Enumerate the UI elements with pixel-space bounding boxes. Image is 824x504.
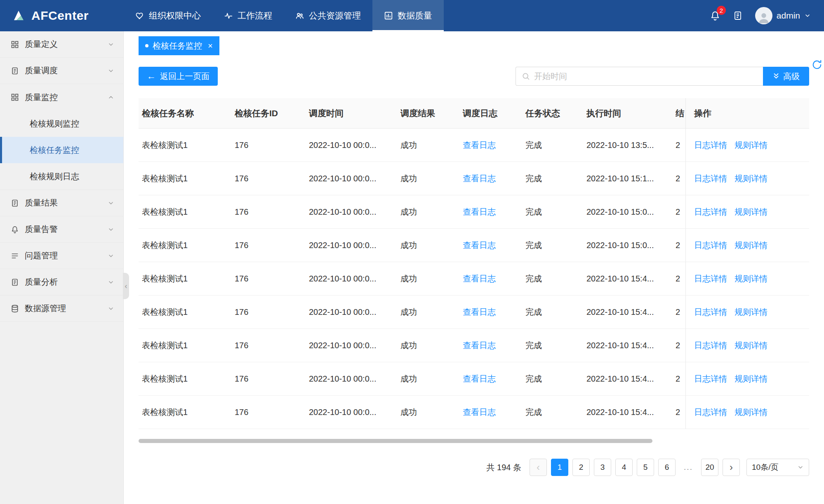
sidebar-item-quality-analysis[interactable]: 质量分析 <box>0 269 123 295</box>
rule-detail-link[interactable]: 规则详情 <box>735 373 767 384</box>
log-detail-link[interactable]: 日志详情 <box>694 307 727 318</box>
sidebar-item-datasource-management[interactable]: 数据源管理 <box>0 295 123 322</box>
log-detail-link[interactable]: 日志详情 <box>694 140 727 151</box>
sidebar-item-rule-monitor[interactable]: 检核规则监控 <box>0 110 123 137</box>
tab-task-monitor[interactable]: 检核任务监控 × <box>139 36 219 55</box>
cell-exec-time: 2022-10-10 15:4... <box>583 362 676 395</box>
sidebar-item-quality-definition[interactable]: 质量定义 <box>0 31 123 58</box>
rule-detail-link[interactable]: 规则详情 <box>735 240 767 251</box>
page-button-4[interactable]: 4 <box>615 459 633 476</box>
col-schedule-log: 调度日志 <box>459 98 522 128</box>
sidebar-item-label: 质量调度 <box>25 65 58 76</box>
view-log-link[interactable]: 查看日志 <box>463 407 496 418</box>
page-size-select[interactable]: 10条/页 <box>746 459 809 476</box>
nav-item-label: 公共资源管理 <box>309 10 361 21</box>
log-detail-link[interactable]: 日志详情 <box>694 340 727 351</box>
scrollbar-thumb[interactable] <box>139 439 652 443</box>
view-log-link[interactable]: 查看日志 <box>463 140 496 151</box>
log-detail-link[interactable]: 日志详情 <box>694 240 727 251</box>
page-button-1[interactable]: 1 <box>551 459 568 476</box>
log-detail-link[interactable]: 日志详情 <box>694 407 727 418</box>
user-menu[interactable]: admin <box>755 7 811 24</box>
view-log-link[interactable]: 查看日志 <box>463 307 496 318</box>
page-button-5[interactable]: 5 <box>637 459 654 476</box>
view-log-link[interactable]: 查看日志 <box>463 273 496 284</box>
cell-task-id: 176 <box>231 262 306 295</box>
prev-page-button[interactable]: ‹ <box>530 459 547 476</box>
log-detail-link[interactable]: 日志详情 <box>694 373 727 384</box>
toolbar-right: 高级 <box>516 67 809 86</box>
document-icon[interactable] <box>733 11 743 21</box>
view-log-link[interactable]: 查看日志 <box>463 173 496 184</box>
view-log-link[interactable]: 查看日志 <box>463 206 496 218</box>
table-row: 表检核测试1 176 2022-10-10 00:0... 成功 查看日志 完成… <box>139 295 809 329</box>
next-page-button[interactable]: › <box>723 459 740 476</box>
view-log-link[interactable]: 查看日志 <box>463 340 496 351</box>
nav-item-data-quality[interactable]: 数据质量 <box>372 0 444 31</box>
data-table: 检核任务名称 检核任务ID 调度时间 调度结果 调度日志 任务状态 执行时间 结… <box>139 98 809 429</box>
rule-detail-link[interactable]: 规则详情 <box>735 140 767 151</box>
cell-schedule-log: 查看日志 <box>459 396 522 429</box>
cell-schedule-result: 成功 <box>397 262 459 295</box>
advanced-button[interactable]: 高级 <box>763 67 809 86</box>
refresh-icon[interactable] <box>812 59 822 70</box>
view-log-link[interactable]: 查看日志 <box>463 373 496 384</box>
log-detail-link[interactable]: 日志详情 <box>694 273 727 284</box>
top-nav: 组织权限中心 工作流程 公共资源管理 数据质量 <box>124 0 444 31</box>
nav-item-workflow[interactable]: 工作流程 <box>212 0 284 31</box>
cell-task-name: 表检核测试1 <box>139 329 231 362</box>
cell-task-id: 176 <box>231 329 306 362</box>
cell-exec-time: 2022-10-10 15:4... <box>583 329 676 362</box>
page-button-20[interactable]: 20 <box>701 459 718 476</box>
page-button-2[interactable]: 2 <box>572 459 590 476</box>
rule-detail-link[interactable]: 规则详情 <box>735 173 767 184</box>
sidebar: 质量定义 质量调度 质量监控 检核规则监控 检核任务监控 检核规则日志 <box>0 31 124 504</box>
cell-task-id: 176 <box>231 295 306 328</box>
sidebar-item-issue-management[interactable]: 问题管理 <box>0 243 123 269</box>
cell-schedule-result: 成功 <box>397 129 459 162</box>
cell-schedule-result: 成功 <box>397 362 459 395</box>
rule-detail-link[interactable]: 规则详情 <box>735 340 767 351</box>
cell-schedule-time: 2022-10-10 00:0... <box>306 295 397 328</box>
sidebar-item-rule-log[interactable]: 检核规则日志 <box>0 163 123 190</box>
rule-detail-link[interactable]: 规则详情 <box>735 273 767 284</box>
page-button-3[interactable]: 3 <box>594 459 611 476</box>
sidebar-item-quality-result[interactable]: 质量结果 <box>0 190 123 216</box>
cell-task-name: 表检核测试1 <box>139 396 231 429</box>
sidebar-item-label: 质量分析 <box>25 277 58 288</box>
back-button[interactable]: ← 返回上一页面 <box>139 67 218 86</box>
cell-actions: 日志详情 规则详情 <box>685 195 809 228</box>
rule-detail-link[interactable]: 规则详情 <box>735 206 767 218</box>
cell-clipped: 2 <box>676 396 685 429</box>
close-icon[interactable]: × <box>208 41 213 51</box>
rule-detail-link[interactable]: 规则详情 <box>735 407 767 418</box>
nav-item-public-resources[interactable]: 公共资源管理 <box>284 0 372 31</box>
table-row: 表检核测试1 176 2022-10-10 00:0... 成功 查看日志 完成… <box>139 396 809 429</box>
sidebar-collapse-handle[interactable]: ‹ <box>123 273 129 299</box>
log-detail-link[interactable]: 日志详情 <box>694 206 727 218</box>
cell-actions: 日志详情 规则详情 <box>685 362 809 395</box>
cell-schedule-log: 查看日志 <box>459 162 522 195</box>
log-detail-link[interactable]: 日志详情 <box>694 173 727 184</box>
chevron-down-icon <box>804 12 811 19</box>
cell-schedule-log: 查看日志 <box>459 195 522 228</box>
cell-task-name: 表检核测试1 <box>139 195 231 228</box>
cell-schedule-time: 2022-10-10 00:0... <box>306 329 397 362</box>
cell-task-id: 176 <box>231 195 306 228</box>
bar-chart-icon <box>384 11 393 20</box>
chevron-left-icon: ‹ <box>537 462 540 473</box>
cell-clipped: 2 <box>676 262 685 295</box>
nav-item-org-permission-center[interactable]: 组织权限中心 <box>124 0 212 31</box>
app-logo[interactable]: AFCenter <box>0 0 124 31</box>
sidebar-item-quality-monitor[interactable]: 质量监控 <box>0 84 123 110</box>
notifications-button[interactable]: 2 <box>710 10 720 21</box>
sidebar-item-quality-schedule[interactable]: 质量调度 <box>0 58 123 84</box>
rule-detail-link[interactable]: 规则详情 <box>735 307 767 318</box>
page-button-6[interactable]: 6 <box>658 459 676 476</box>
sidebar-item-task-monitor[interactable]: 检核任务监控 <box>0 137 123 163</box>
start-time-search <box>516 67 763 86</box>
view-log-link[interactable]: 查看日志 <box>463 240 496 251</box>
start-time-input[interactable] <box>534 72 757 81</box>
pagination-ellipsis[interactable]: ... <box>680 459 697 476</box>
sidebar-item-quality-alert[interactable]: 质量告警 <box>0 216 123 243</box>
